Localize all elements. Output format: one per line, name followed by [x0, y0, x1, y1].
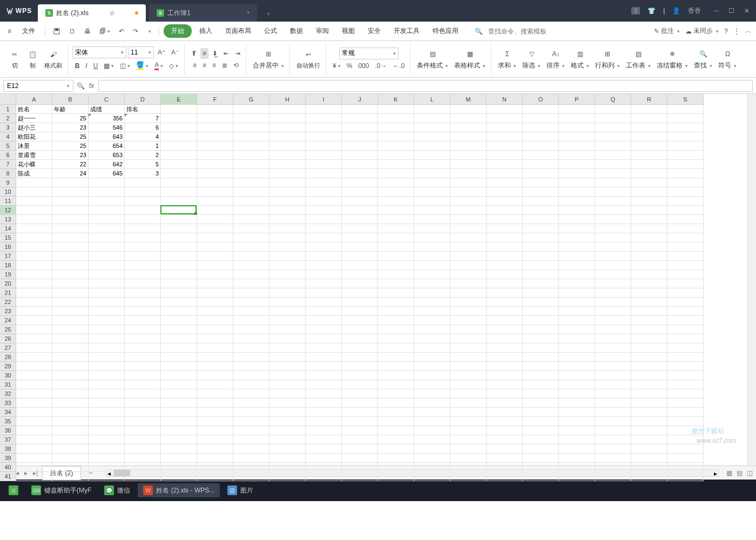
cell[interactable] [269, 242, 306, 252]
cell[interactable] [342, 105, 378, 114]
cell[interactable] [52, 371, 89, 380]
cell[interactable] [125, 206, 161, 215]
cell[interactable] [595, 252, 631, 261]
cell[interactable] [342, 343, 378, 353]
cell[interactable] [269, 151, 306, 160]
cell[interactable] [631, 187, 667, 197]
cell[interactable] [52, 399, 89, 408]
cell[interactable] [269, 444, 306, 454]
cell[interactable] [16, 408, 52, 417]
cell[interactable] [197, 123, 233, 132]
row-header-22[interactable]: 22 [0, 298, 16, 307]
cell[interactable] [414, 252, 450, 261]
cell[interactable] [667, 169, 704, 178]
font-size-select[interactable]: 11▾ [128, 46, 154, 58]
cell[interactable] [342, 454, 378, 463]
cell[interactable] [595, 444, 631, 454]
cell[interactable] [450, 362, 487, 371]
undo-icon[interactable]: ↶ [116, 25, 127, 37]
cell[interactable] [161, 252, 197, 261]
cell[interactable] [450, 426, 487, 435]
row-header-33[interactable]: 33 [0, 399, 16, 408]
cell[interactable] [450, 444, 487, 454]
cell[interactable] [306, 353, 342, 362]
cell[interactable] [89, 334, 125, 343]
cell[interactable] [161, 178, 197, 187]
cell[interactable] [16, 288, 52, 298]
cell[interactable] [450, 279, 487, 288]
task-wps[interactable]: W姓名 (2).xls - WPS... [138, 483, 220, 497]
cell[interactable] [487, 298, 523, 307]
wrap-text-button[interactable]: ↩自动换行 [294, 48, 322, 71]
cell[interactable] [595, 224, 631, 233]
close-button[interactable]: ✕ [744, 7, 750, 15]
cell[interactable] [559, 316, 595, 325]
cell[interactable] [125, 307, 161, 316]
cell[interactable] [306, 454, 342, 463]
cell[interactable] [595, 435, 631, 444]
cell[interactable] [306, 224, 342, 233]
cell[interactable] [378, 371, 414, 380]
cell[interactable] [306, 417, 342, 426]
cell[interactable] [16, 187, 52, 197]
cell[interactable] [523, 298, 559, 307]
cell[interactable] [306, 371, 342, 380]
cell[interactable] [233, 426, 269, 435]
cell[interactable] [197, 288, 233, 298]
cell[interactable] [414, 288, 450, 298]
cell[interactable] [89, 187, 125, 197]
cell[interactable] [378, 343, 414, 353]
cell[interactable] [197, 114, 233, 123]
cell[interactable] [197, 454, 233, 463]
cell[interactable] [161, 353, 197, 362]
cell[interactable] [89, 325, 125, 334]
cell[interactable] [631, 454, 667, 463]
cell[interactable] [125, 399, 161, 408]
cell[interactable] [450, 197, 487, 206]
cell[interactable] [378, 389, 414, 399]
cell[interactable] [16, 472, 52, 481]
cell[interactable] [667, 242, 704, 252]
sync-button[interactable]: ☁ 未同步▾ [685, 26, 719, 36]
cell[interactable] [595, 298, 631, 307]
cell[interactable] [631, 334, 667, 343]
row-header-24[interactable]: 24 [0, 316, 16, 325]
cell[interactable] [667, 160, 704, 169]
cell[interactable] [523, 444, 559, 454]
cell[interactable] [16, 197, 52, 206]
cell[interactable] [487, 325, 523, 334]
cell[interactable] [414, 151, 450, 160]
row-header-25[interactable]: 25 [0, 325, 16, 334]
col-header-O[interactable]: O [523, 94, 559, 105]
cell[interactable] [89, 279, 125, 288]
cell[interactable] [595, 132, 631, 141]
cell[interactable] [631, 252, 667, 261]
row-header-38[interactable]: 38 [0, 444, 16, 454]
percent-button[interactable]: % [345, 60, 355, 71]
cell[interactable] [89, 233, 125, 242]
cell[interactable] [487, 270, 523, 279]
cell[interactable] [487, 187, 523, 197]
fx-icon[interactable]: fx [89, 82, 94, 90]
cell[interactable] [414, 362, 450, 371]
cell[interactable] [631, 426, 667, 435]
cell[interactable] [197, 444, 233, 454]
cell[interactable] [595, 215, 631, 224]
col-header-C[interactable]: C [89, 94, 125, 105]
cell[interactable] [523, 215, 559, 224]
align-bottom-button[interactable]: ⬇̲ [210, 48, 220, 59]
cell[interactable] [595, 114, 631, 123]
cell[interactable] [197, 169, 233, 178]
row-header-34[interactable]: 34 [0, 408, 16, 417]
row-header-2[interactable]: 2 [0, 114, 16, 123]
increase-font-button[interactable]: A⁺ [156, 47, 167, 58]
cell[interactable] [306, 389, 342, 399]
cell[interactable] [378, 362, 414, 371]
cell[interactable] [523, 380, 559, 389]
cell[interactable] [342, 160, 378, 169]
row-header-6[interactable]: 6 [0, 151, 16, 160]
cell[interactable] [559, 426, 595, 435]
cell[interactable] [16, 463, 52, 472]
row-header-14[interactable]: 14 [0, 224, 16, 233]
cell[interactable] [559, 417, 595, 426]
